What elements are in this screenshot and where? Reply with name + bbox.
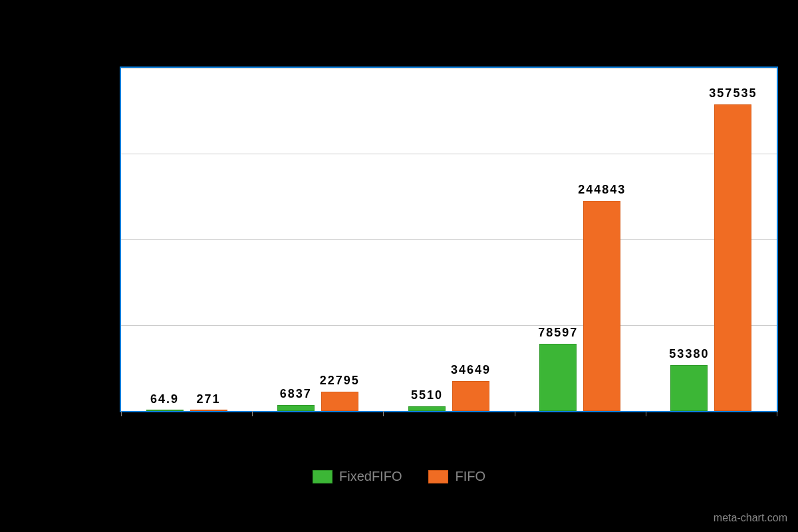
chart-area: 64.9271683722795551034649785972448435338…	[120, 66, 778, 412]
x-tick	[121, 411, 122, 416]
bar-fifo-2	[452, 381, 489, 411]
bar-label-fifo-1: 22795	[320, 374, 360, 388]
bar-label-fixedfifo-2: 5510	[411, 388, 443, 402]
bar-fixedfifo-4	[670, 365, 708, 411]
bar-label-fixedfifo-0: 64.9	[150, 392, 179, 406]
legend-swatch-fifo	[428, 470, 448, 483]
grid-line	[121, 68, 777, 68]
bar-label-fixedfifo-4: 53380	[669, 347, 709, 361]
legend-item-fifo: FIFO	[428, 469, 485, 484]
bar-fifo-4	[714, 104, 751, 411]
bar-label-fifo-4: 357535	[709, 86, 757, 100]
legend-label: FixedFIFO	[339, 469, 402, 484]
bar-fixedfifo-1	[277, 405, 315, 411]
grid-line	[121, 154, 777, 154]
bar-label-fifo-3: 244843	[578, 183, 626, 197]
bar-label-fixedfifo-1: 6837	[280, 387, 312, 401]
bar-fixedfifo-3	[539, 344, 577, 411]
grid-line	[121, 239, 777, 240]
bar-label-fifo-2: 34649	[451, 363, 491, 377]
bar-fixedfifo-0	[146, 410, 184, 411]
legend: FixedFIFO FIFO	[0, 469, 798, 484]
bar-fifo-3	[583, 201, 620, 411]
legend-label: FIFO	[455, 469, 485, 484]
attribution-text: meta-chart.com	[714, 512, 787, 524]
x-tick	[383, 411, 384, 416]
x-tick	[777, 411, 777, 416]
bar-fixedfifo-2	[408, 406, 446, 411]
plot-area: 64.9271683722795551034649785972448435338…	[121, 68, 777, 411]
x-tick	[646, 411, 646, 416]
bar-label-fifo-0: 271	[197, 392, 221, 406]
x-tick	[252, 411, 253, 416]
legend-item-fixedfifo: FixedFIFO	[313, 469, 402, 484]
legend-swatch-fixedfifo	[313, 470, 332, 483]
bar-label-fixedfifo-3: 78597	[538, 326, 578, 340]
x-tick	[515, 411, 515, 416]
bar-fifo-1	[321, 392, 358, 411]
grid-line	[121, 325, 777, 326]
bar-fifo-0	[190, 410, 227, 411]
